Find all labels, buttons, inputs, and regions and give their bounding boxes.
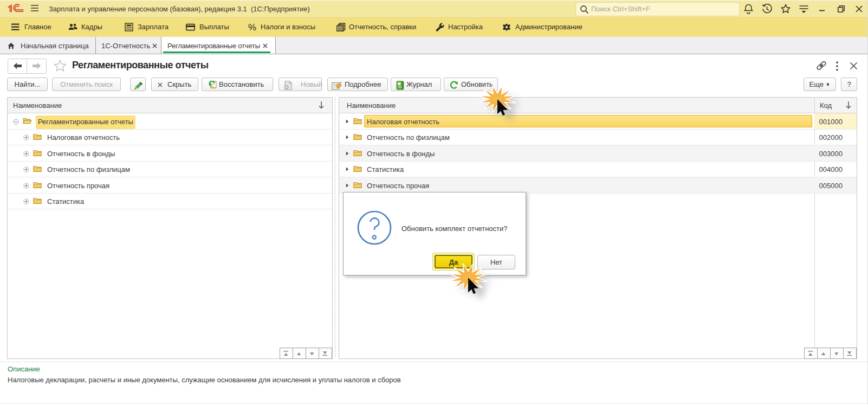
svg-text:%: % bbox=[248, 23, 256, 31]
